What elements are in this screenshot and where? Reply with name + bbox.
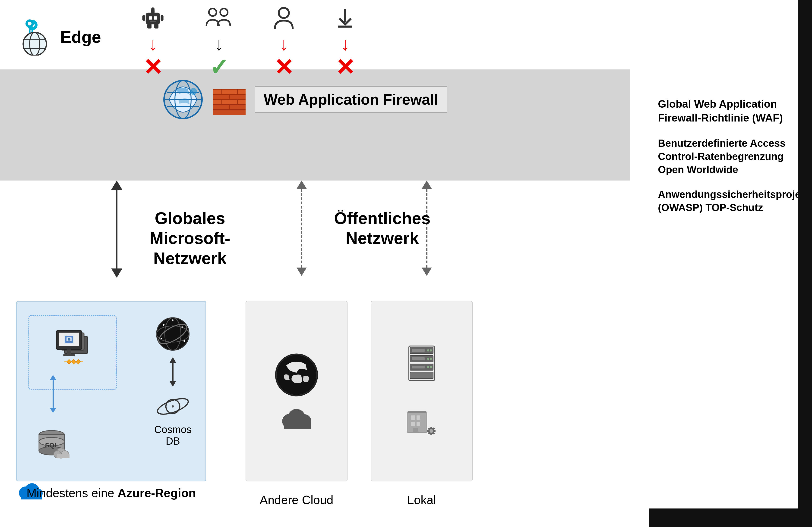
global-network-label: Globales Microsoft-Netzwerk [130, 208, 250, 268]
edge-section: Edge [18, 18, 101, 56]
svg-point-23 [220, 9, 228, 16]
svg-rect-84 [57, 454, 70, 458]
svg-rect-107 [412, 366, 425, 368]
waf-label-text: Web Application Firewall [264, 91, 438, 108]
robot-arrow: ↓ [148, 35, 158, 53]
cosmos-label: Cosmos DB [154, 424, 192, 447]
svg-rect-18 [142, 15, 145, 21]
user-col: ↓ ✕ [271, 5, 296, 79]
sql-icon: SQL [31, 424, 73, 461]
waf-label-box: Web Application Firewall [255, 86, 447, 113]
lokal-building-icon [403, 401, 440, 437]
svg-point-33 [190, 88, 197, 95]
right-panel: Global Web Application Firewall-Richtlin… [649, 0, 812, 527]
other-cloud-label: Andere Cloud [246, 493, 348, 507]
svg-rect-116 [408, 411, 426, 413]
svg-rect-95 [284, 421, 311, 428]
svg-point-17 [151, 7, 155, 11]
edge-label-text: Edge [60, 28, 101, 46]
public-network-arrow-left [296, 181, 307, 276]
svg-point-70 [184, 340, 185, 342]
download-arrow: ↓ [340, 35, 350, 53]
svg-rect-21 [154, 24, 158, 29]
svg-point-98 [427, 349, 429, 351]
svg-point-106 [427, 366, 429, 368]
user-mark: ✕ [274, 56, 293, 79]
right-panel-subtitle-1: Benutzerdefinierte Access Control-Ratenb… [658, 137, 803, 176]
svg-rect-121 [427, 430, 430, 432]
arrow-head-up [111, 181, 122, 190]
azure-inner-arrow [50, 375, 56, 413]
svg-point-6 [23, 32, 46, 56]
svg-rect-122 [433, 430, 436, 432]
svg-rect-120 [431, 433, 432, 435]
svg-point-105 [430, 366, 432, 368]
svg-rect-48 [213, 89, 246, 90]
right-panel-section-3: Anwendungssicherheitsprojekte (OWASP) TO… [658, 188, 803, 214]
svg-point-71 [172, 319, 174, 321]
svg-point-101 [430, 358, 432, 360]
svg-rect-108 [410, 372, 433, 379]
svg-rect-37 [213, 89, 246, 94]
svg-rect-119 [431, 427, 432, 429]
users-arrow: ↓ [214, 35, 223, 53]
lokal-label: Lokal [371, 493, 473, 507]
svg-point-97 [430, 349, 432, 351]
other-cloud-cloud-icon [278, 407, 315, 431]
svg-point-75 [172, 405, 174, 408]
robot-mark: ✕ [143, 56, 163, 79]
svg-rect-20 [147, 24, 151, 29]
edge-globe-icon [18, 18, 56, 56]
robot-col: ↓ ✕ [139, 5, 167, 79]
right-panel-section-1: Global Web Application Firewall-Richtlin… [658, 97, 803, 125]
black-edge-bottom [649, 509, 812, 527]
svg-rect-111 [411, 416, 415, 420]
svg-point-11 [28, 22, 31, 26]
download-col: ↓ ✕ [334, 5, 357, 79]
dashed-arrow-head-down-2 [422, 268, 432, 276]
server-rack-icon [403, 345, 440, 391]
user-arrow: ↓ [279, 35, 288, 53]
bidir-line [116, 190, 117, 269]
svg-point-118 [430, 429, 433, 433]
svg-point-64 [157, 318, 189, 350]
azure-bottom-label: Mindestens eine Azure-Region [16, 486, 206, 500]
lokal-box [371, 301, 473, 481]
svg-rect-35 [213, 99, 246, 104]
cosmos-globe-icon [154, 315, 191, 352]
waf-content: Web Application Firewall [162, 79, 447, 120]
waf-globe-icon [162, 79, 204, 120]
robot-icon [139, 5, 167, 32]
cosmos-orbit-icon [154, 391, 191, 419]
svg-rect-14 [154, 16, 157, 19]
svg-rect-19 [161, 15, 163, 21]
azure-inner-box [29, 315, 117, 390]
svg-point-24 [279, 8, 289, 18]
global-network-arrow [111, 181, 122, 278]
dashed-arrow-head-up-1 [296, 181, 307, 189]
public-network-label: Öffentliches Netzwerk [320, 208, 445, 249]
svg-rect-61 [63, 354, 75, 356]
users-col: ↓ ✓ [204, 5, 234, 79]
firewall-brick-icon [211, 81, 248, 118]
svg-point-69 [161, 338, 162, 339]
svg-rect-15 [150, 21, 156, 22]
svg-rect-45 [213, 104, 246, 105]
svg-rect-46 [213, 99, 246, 100]
svg-rect-103 [412, 357, 425, 360]
svg-rect-114 [417, 422, 420, 426]
top-icons-row: ↓ ✕ ↓ ✓ ↓ ✕ [139, 5, 357, 79]
svg-rect-44 [213, 109, 246, 110]
svg-rect-113 [411, 422, 415, 426]
svg-rect-115 [413, 428, 418, 433]
users-mark: ✓ [209, 56, 229, 79]
right-panel-section-2: Benutzerdefinierte Access Control-Ratenb… [658, 137, 803, 176]
svg-text:SQL: SQL [45, 441, 58, 449]
black-edge-right [798, 0, 812, 527]
other-cloud-box [246, 301, 348, 481]
svg-point-59 [68, 338, 70, 341]
user-icon [271, 5, 296, 32]
svg-point-67 [163, 324, 164, 326]
right-panel-title: Global Web Application Firewall-Richtlin… [658, 97, 803, 125]
azure-region-box: Cosmos DB SQL [16, 301, 206, 481]
